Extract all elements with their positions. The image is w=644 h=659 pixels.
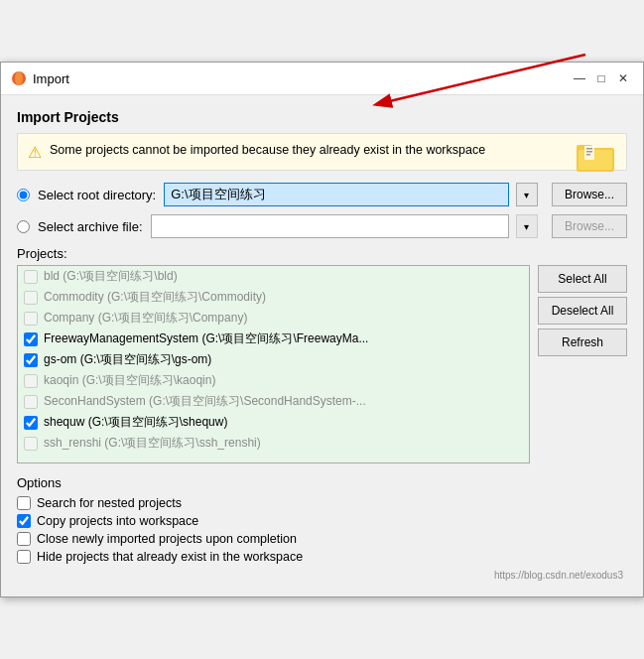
dialog-content: Import Projects ⚠ Some projects cannot b… [1,95,643,596]
project-item-label: ssh_renshi (G:\项目空间练习\ssh_renshi) [44,435,261,452]
svg-point-1 [15,71,23,85]
folder-icon [577,140,616,175]
project-item-label: FreewayManagementSystem (G:\项目空间练习\Freew… [44,330,368,347]
project-list[interactable]: bld (G:\项目空间练习\bld)Commodity (G:\项目空间练习\… [17,265,530,463]
dialog-title: Import Projects [17,109,627,125]
archive-label: Select archive file: [38,219,143,234]
browse-root-button[interactable]: Browse... [552,183,627,206]
eclipse-icon [11,70,27,86]
svg-rect-7 [586,151,592,153]
project-list-item: shequw (G:\项目空间练习\shequw) [18,412,529,433]
option-row: Copy projects into workspace [17,514,627,528]
projects-label: Projects: [17,246,627,261]
root-dir-label: Select root directory: [38,188,156,202]
option-row: Search for nested projects [17,496,627,510]
option-row: Hide projects that already exist in the … [17,550,627,564]
svg-rect-8 [586,154,590,156]
project-list-item: SeconHandSystem (G:\项目空间练习\SecondHandSys… [18,391,529,412]
warning-text: Some projects cannot be imported because… [50,142,485,160]
svg-rect-4 [579,150,612,170]
options-title: Options [17,475,627,490]
project-checkbox[interactable] [24,312,38,326]
project-item-label: Company (G:\项目空间练习\Company) [44,310,247,327]
project-list-item: Company (G:\项目空间练习\Company) [18,308,529,329]
option-checkbox[interactable] [17,532,31,546]
project-list-item: Commodity (G:\项目空间练习\Commodity) [18,287,529,308]
project-list-item: ssh_renshi (G:\项目空间练习\ssh_renshi) [18,433,529,454]
option-label: Copy projects into workspace [37,514,198,528]
maximize-button[interactable]: □ [591,68,611,88]
project-checkbox[interactable] [24,332,38,346]
project-item-label: bld (G:\项目空间练习\bld) [44,268,178,285]
select-all-button[interactable]: Select All [538,265,627,293]
watermark: https://blog.csdn.net/exodus3 [17,568,627,583]
project-item-label: gs-om (G:\项目空间练习\gs-om) [44,351,211,368]
deselect-all-button[interactable]: Deselect All [538,297,627,325]
option-checkbox[interactable] [17,514,31,528]
import-dialog: Import — □ ✕ Import Projects ⚠ Some proj… [0,62,644,597]
project-item-label: SeconHandSystem (G:\项目空间练习\SecondHandSys… [44,393,366,410]
archive-file-row: Select archive file: ▾ Browse... [17,214,627,238]
projects-side-buttons: Select All Deselect All Refresh [538,265,627,463]
root-dir-dropdown[interactable]: ▾ [516,183,538,206]
projects-area: bld (G:\项目空间练习\bld)Commodity (G:\项目空间练习\… [17,265,627,463]
options-section: Options Search for nested projectsCopy p… [17,475,627,564]
warning-box: ⚠ Some projects cannot be imported becau… [17,133,627,171]
project-checkbox[interactable] [24,416,38,430]
archive-radio[interactable] [17,220,30,233]
refresh-button[interactable]: Refresh [538,329,627,356]
root-dir-input[interactable] [164,183,509,206]
project-checkbox[interactable] [24,291,38,305]
title-controls: — □ ✕ [570,68,633,88]
archive-dropdown[interactable]: ▾ [516,214,538,238]
close-button[interactable]: ✕ [613,68,633,88]
project-item-label: shequw (G:\项目空间练习\shequw) [44,414,227,431]
project-checkbox[interactable] [24,395,38,409]
project-list-item: bld (G:\项目空间练习\bld) [18,266,529,287]
option-checkbox[interactable] [17,496,31,510]
option-label: Hide projects that already exist in the … [37,550,303,564]
project-checkbox[interactable] [24,374,38,388]
root-dir-row: Select root directory: ▾ Browse... [17,183,627,206]
project-checkbox[interactable] [24,270,38,284]
option-label: Search for nested projects [37,496,182,510]
warning-icon: ⚠ [28,143,42,162]
archive-input[interactable] [151,214,509,238]
project-list-item: FreewayManagementSystem (G:\项目空间练习\Freew… [18,329,529,349]
project-checkbox[interactable] [24,437,38,451]
window-title: Import [33,71,69,86]
title-bar-left: Import [11,70,69,86]
project-checkbox[interactable] [24,353,38,367]
title-bar: Import — □ ✕ [1,63,643,95]
browse-archive-button[interactable]: Browse... [552,214,627,238]
project-item-label: kaoqin (G:\项目空间练习\kaoqin) [44,372,215,389]
project-item-label: Commodity (G:\项目空间练习\Commodity) [44,289,266,306]
svg-rect-6 [586,148,592,150]
option-row: Close newly imported projects upon compl… [17,532,627,546]
option-checkbox[interactable] [17,550,31,564]
option-label: Close newly imported projects upon compl… [37,532,297,546]
project-list-item: kaoqin (G:\项目空间练习\kaoqin) [18,370,529,391]
project-list-item: gs-om (G:\项目空间练习\gs-om) [18,349,529,370]
minimize-button[interactable]: — [570,68,589,88]
root-dir-radio[interactable] [17,189,30,201]
